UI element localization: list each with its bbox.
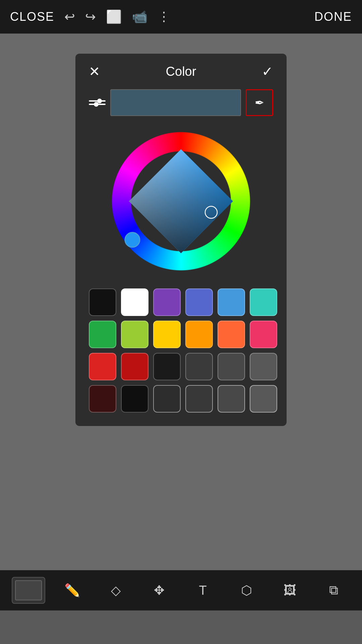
- import-icon: 🖼: [284, 583, 296, 598]
- swatch-11[interactable]: [218, 321, 245, 348]
- slider-line-top: [89, 100, 106, 102]
- swatches-grid: [89, 288, 273, 413]
- color-preview[interactable]: [110, 89, 241, 116]
- swatch-24[interactable]: [250, 385, 277, 413]
- swatch-19[interactable]: [89, 385, 116, 413]
- swatch-12[interactable]: [250, 321, 277, 348]
- slider-line-bottom: [89, 104, 106, 105]
- brush-tool[interactable]: ✏️: [55, 577, 89, 604]
- swatch-22[interactable]: [185, 385, 213, 413]
- close-button[interactable]: CLOSE: [10, 10, 54, 24]
- wheel-wrapper[interactable]: [104, 124, 258, 278]
- select-tool[interactable]: ⬡: [230, 577, 263, 604]
- swatch-4[interactable]: [185, 288, 213, 316]
- more-button[interactable]: ⋮: [158, 9, 170, 24]
- eyedropper-icon: ✒: [255, 96, 264, 109]
- swatch-2[interactable]: [121, 288, 148, 316]
- brush-icon: ✏️: [64, 583, 80, 598]
- done-button[interactable]: DONE: [314, 10, 352, 24]
- swatch-3[interactable]: [153, 288, 181, 316]
- move-icon: ✥: [154, 583, 165, 598]
- bottom-toolbar: ✏️ ◇ ✥ T ⬡ 🖼 ⧉: [0, 570, 362, 610]
- dialog-confirm-button[interactable]: ✓: [262, 64, 273, 79]
- dialog-close-button[interactable]: ✕: [89, 65, 100, 78]
- swatch-15[interactable]: [153, 353, 181, 380]
- swatch-23[interactable]: [218, 385, 245, 413]
- swatch-14[interactable]: [121, 353, 148, 380]
- undo-button[interactable]: ↩: [64, 9, 75, 24]
- toolbar-left: CLOSE ↩ ↪ ⬜ 📹 ⋮: [10, 9, 170, 24]
- canvas-area: ✕ Color ✓ ✒: [0, 34, 362, 610]
- sliders-button[interactable]: [89, 100, 106, 105]
- import-tool[interactable]: 🖼: [273, 577, 307, 604]
- select-icon: ⬡: [241, 583, 252, 598]
- text-icon: T: [199, 583, 206, 598]
- swatch-21[interactable]: [153, 385, 181, 413]
- text-tool[interactable]: T: [186, 577, 220, 604]
- swatch-1[interactable]: [89, 288, 116, 316]
- swatch-18[interactable]: [250, 353, 277, 380]
- swatch-8[interactable]: [121, 321, 148, 348]
- color-preview-row: ✒: [89, 89, 273, 116]
- layers-icon: ⧉: [329, 583, 338, 598]
- color-wheel-container[interactable]: [89, 124, 273, 278]
- layers-tool[interactable]: ⧉: [317, 577, 350, 604]
- swatch-5[interactable]: [218, 288, 245, 316]
- top-toolbar: CLOSE ↩ ↪ ⬜ 📹 ⋮ DONE: [0, 0, 362, 34]
- frame-button[interactable]: ⬜: [106, 9, 122, 24]
- dialog-title: Color: [166, 64, 196, 79]
- eyedropper-button[interactable]: ✒: [246, 89, 273, 116]
- toolbar-right: DONE: [314, 10, 352, 24]
- video-button[interactable]: 📹: [132, 9, 147, 24]
- canvas-preview: [15, 580, 42, 600]
- eraser-icon: ◇: [111, 583, 121, 598]
- swatch-16[interactable]: [185, 353, 213, 380]
- swatch-13[interactable]: [89, 353, 116, 380]
- color-dialog: ✕ Color ✓ ✒: [75, 54, 287, 426]
- swatch-6[interactable]: [250, 288, 277, 316]
- hue-selector: [125, 232, 140, 247]
- redo-button[interactable]: ↪: [85, 9, 96, 24]
- color-wheel-svg[interactable]: [104, 124, 258, 278]
- canvas-preview-tool[interactable]: [12, 577, 45, 604]
- swatch-7[interactable]: [89, 321, 116, 348]
- move-tool[interactable]: ✥: [142, 577, 176, 604]
- swatch-17[interactable]: [218, 353, 245, 380]
- swatch-9[interactable]: [153, 321, 181, 348]
- swatch-20[interactable]: [121, 385, 148, 413]
- dialog-header: ✕ Color ✓: [89, 64, 273, 79]
- swatch-10[interactable]: [185, 321, 213, 348]
- eraser-tool[interactable]: ◇: [99, 577, 132, 604]
